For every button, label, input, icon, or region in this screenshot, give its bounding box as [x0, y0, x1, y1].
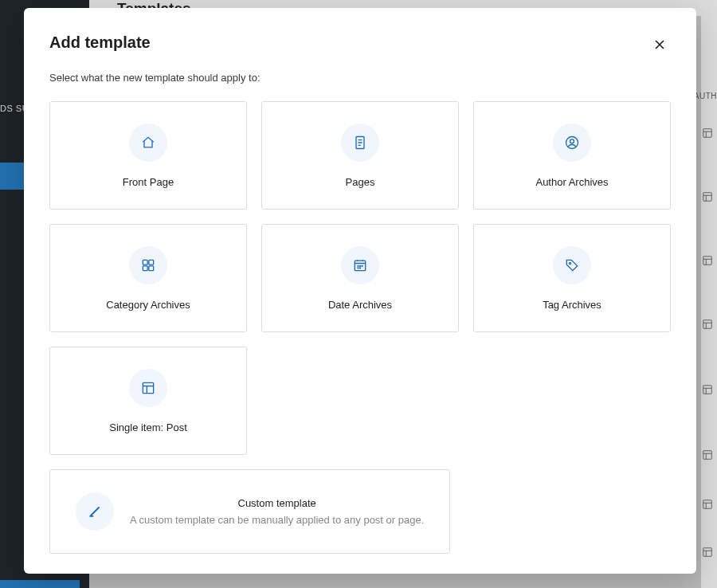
author-icon — [553, 123, 591, 162]
close-button[interactable] — [648, 33, 671, 56]
bg-right-auth-text: AUTH — [694, 92, 717, 100]
template-card-date-archives[interactable]: Date Archives — [261, 224, 459, 332]
svg-rect-4 — [703, 386, 712, 394]
svg-point-18 — [362, 265, 362, 266]
modal-header: Add template — [49, 33, 671, 56]
custom-text-wrap: Custom template A custom template can be… — [130, 497, 424, 526]
svg-rect-13 — [143, 265, 147, 270]
svg-point-16 — [358, 265, 358, 266]
sidebar-bottom-indicator — [0, 580, 80, 588]
bg-right-panel: AUTH — [701, 0, 717, 588]
svg-rect-0 — [703, 129, 712, 138]
custom-template-desc: A custom template can be manually applie… — [130, 514, 424, 526]
svg-rect-7 — [703, 548, 712, 557]
svg-rect-12 — [149, 260, 154, 265]
card-label: Single item: Post — [109, 421, 187, 433]
tag-icon — [553, 246, 591, 284]
svg-rect-2 — [703, 257, 712, 265]
template-card-single-item-post[interactable]: Single item: Post — [49, 347, 247, 455]
home-icon — [129, 123, 167, 162]
svg-rect-22 — [143, 382, 153, 393]
modal-title: Add template — [49, 33, 151, 52]
sidebar-active-indicator — [0, 163, 25, 190]
layout-icon — [129, 369, 167, 407]
card-label: Pages — [346, 176, 375, 188]
add-template-modal: Add template Select what the new templat… — [24, 8, 696, 574]
card-label: Tag Archives — [543, 299, 601, 311]
svg-rect-3 — [703, 320, 712, 329]
card-label: Front Page — [123, 176, 174, 188]
svg-point-20 — [360, 267, 361, 268]
template-card-category-archives[interactable]: Category Archives — [49, 224, 247, 332]
calendar-icon — [341, 246, 379, 284]
edit-icon — [76, 492, 114, 531]
svg-point-10 — [570, 139, 574, 143]
svg-rect-1 — [703, 193, 712, 202]
svg-point-17 — [360, 265, 361, 266]
svg-point-21 — [569, 262, 570, 264]
close-icon — [652, 37, 668, 53]
svg-rect-6 — [703, 500, 712, 509]
custom-template-title: Custom template — [130, 497, 424, 509]
template-card-pages[interactable]: Pages — [261, 101, 459, 210]
card-label: Date Archives — [328, 299, 392, 311]
card-label: Category Archives — [106, 299, 190, 311]
template-card-tag-archives[interactable]: Tag Archives — [473, 224, 671, 332]
template-card-front-page[interactable]: Front Page — [49, 101, 247, 210]
custom-template-card[interactable]: Custom template A custom template can be… — [49, 469, 450, 554]
grid-icon — [129, 246, 167, 284]
template-card-grid: Front Page Pages Author Archives Categor… — [49, 101, 671, 455]
page-icon — [341, 123, 379, 162]
svg-rect-11 — [143, 260, 147, 265]
card-label: Author Archives — [535, 176, 608, 188]
svg-rect-5 — [703, 451, 712, 460]
template-card-author-archives[interactable]: Author Archives — [473, 101, 671, 210]
svg-rect-14 — [149, 265, 154, 270]
svg-point-19 — [358, 267, 358, 268]
modal-subtitle: Select what the new template should appl… — [49, 72, 671, 84]
